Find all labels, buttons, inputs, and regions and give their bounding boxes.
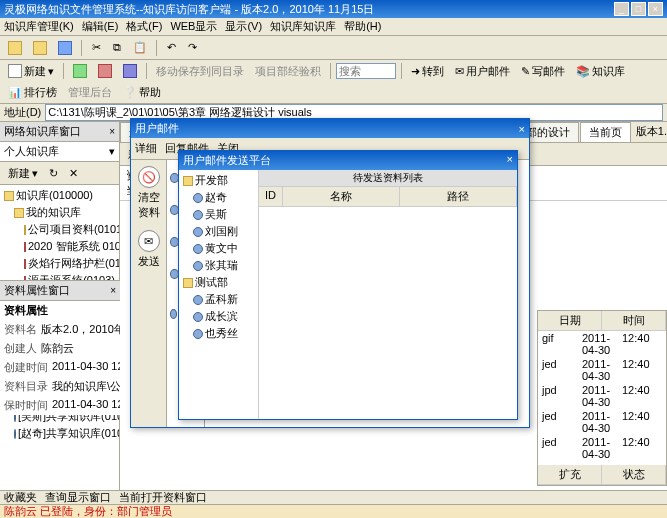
mail-send-button[interactable]: ✉发送 xyxy=(135,230,163,269)
tb-forward-button[interactable]: ➜转到 xyxy=(407,62,448,80)
tree-label: 2020 智能系统 0101 xyxy=(28,239,119,254)
menu-format[interactable]: 格式(F) xyxy=(126,19,162,34)
col-ext[interactable]: 扩充 xyxy=(538,465,602,484)
prop-key: 资料名 xyxy=(4,322,37,337)
search-input[interactable] xyxy=(336,63,396,79)
bottom-tab-bar: 收藏夹 查询显示窗口 当前打开资料窗口 xyxy=(0,490,667,504)
left-panel-title: 网络知识库窗口 xyxy=(4,124,81,139)
mail-clear-button[interactable]: 🚫清空资料 xyxy=(135,166,163,220)
send-tree-item[interactable]: 赵奇 xyxy=(181,189,256,206)
tb-usermail-button[interactable]: ✉用户邮件 xyxy=(451,62,514,80)
left-tb-icon[interactable]: ↻ xyxy=(44,164,62,182)
tb-btn-icon[interactable] xyxy=(119,62,141,80)
tb-newdoc-button[interactable]: 新建▾ xyxy=(4,62,58,80)
col-name[interactable]: 名称 xyxy=(283,187,400,206)
col-id[interactable]: ID xyxy=(259,187,283,206)
prop-row: 创建时间2011-04-30 12:40 xyxy=(0,358,120,377)
mail-left-toolbar: 🚫清空资料 ✉发送 xyxy=(131,160,167,427)
file-time: 12:40 xyxy=(622,358,662,382)
tree-icon xyxy=(183,176,193,186)
send-tree-item[interactable]: 也秀丝 xyxy=(181,325,256,342)
menu-web[interactable]: WEB显示 xyxy=(170,19,217,34)
tb-open-icon[interactable] xyxy=(29,39,51,57)
col-date[interactable]: 日期 xyxy=(538,311,602,330)
tb-paste-icon[interactable]: 📋 xyxy=(129,39,151,57)
send-tree-item[interactable]: 刘国刚 xyxy=(181,223,256,240)
status-bar: 陈韵云 已登陆，身份：部门管理员 xyxy=(0,504,667,518)
tree-item[interactable]: 炎焰行网络护栏(0102 xyxy=(2,255,117,272)
tb-cut-icon[interactable]: ✂ xyxy=(87,39,105,57)
col-time[interactable]: 时间 xyxy=(602,311,666,330)
tb-rank-button[interactable]: 📊排行榜 xyxy=(4,83,61,101)
tree-icon xyxy=(14,429,16,439)
prop-close-icon[interactable]: × xyxy=(110,285,116,296)
send-tree-item[interactable]: 开发部 xyxy=(181,172,256,189)
send-tree-item[interactable]: 孟科新 xyxy=(181,291,256,308)
prop-val: 版本2.0，2010年 xyxy=(41,322,120,337)
mail-clear-label: 清空资料 xyxy=(138,191,160,218)
tree-item[interactable]: 公司项目资料(01010) xyxy=(2,221,117,238)
tree-item[interactable]: 2020 智能系统 0101 xyxy=(2,238,117,255)
send-tree-item[interactable]: 成长滨 xyxy=(181,308,256,325)
title-text: 灵极网络知识文件管理系统--知识库访问客户端 - 版本2.0，2010年 11月… xyxy=(4,2,374,17)
tree-icon xyxy=(193,227,203,237)
close-button[interactable]: × xyxy=(648,2,663,16)
send-tree-item[interactable]: 黄文中 xyxy=(181,240,256,257)
send-tree-item[interactable]: 测试部 xyxy=(181,274,256,291)
bottom-tab-query[interactable]: 查询显示窗口 xyxy=(45,490,111,505)
tb-sep xyxy=(401,63,402,79)
file-row[interactable]: jed2011-04-3012:40 xyxy=(538,435,666,461)
tb-new-icon[interactable] xyxy=(4,39,26,57)
tb-save-icon[interactable] xyxy=(54,39,76,57)
col-status[interactable]: 状态 xyxy=(602,465,666,484)
tb-btn-icon[interactable] xyxy=(94,62,116,80)
tb-undo-icon[interactable]: ↶ xyxy=(162,39,180,57)
left-new-button[interactable]: 新建▾ xyxy=(4,164,42,182)
send-user-tree[interactable]: 开发部赵奇吴斯刘国刚黄文中张其瑞测试部孟科新成长滨也秀丝 xyxy=(179,170,259,419)
mail-tab-detail[interactable]: 详细 xyxy=(135,141,157,156)
left-tb-icon[interactable]: ✕ xyxy=(64,164,82,182)
mail-dialog-title[interactable]: 用户邮件 × xyxy=(131,119,529,138)
send-table-title: 待发送资料列表 xyxy=(259,170,517,187)
prop-row: 资料名版本2.0，2010年 xyxy=(0,320,120,339)
send-close-icon[interactable]: × xyxy=(507,153,513,168)
minimize-button[interactable]: _ xyxy=(614,2,629,16)
tree-item[interactable]: [赵奇]共享知识库(010000 xyxy=(2,425,117,442)
tb-btn-icon[interactable] xyxy=(69,62,91,80)
tree-label: 公司项目资料(01010) xyxy=(28,222,119,237)
menu-kb[interactable]: 知识库知识库 xyxy=(270,19,336,34)
tb-help-button[interactable]: ❔帮助 xyxy=(119,83,165,101)
maximize-button[interactable]: □ xyxy=(631,2,646,16)
file-time: 12:40 xyxy=(622,410,662,434)
bottom-tab-fav[interactable]: 收藏夹 xyxy=(4,490,37,505)
tree-label: 测试部 xyxy=(195,275,228,290)
file-row[interactable]: jed2011-04-3012:40 xyxy=(538,357,666,383)
tree-item[interactable]: 知识库(010000) xyxy=(2,187,117,204)
menu-help[interactable]: 帮助(H) xyxy=(344,19,381,34)
col-path[interactable]: 路径 xyxy=(400,187,517,206)
send-body: 开发部赵奇吴斯刘国刚黄文中张其瑞测试部孟科新成长滨也秀丝 待发送资料列表 ID … xyxy=(179,170,517,419)
file-row[interactable]: jed2011-04-3012:40 xyxy=(538,409,666,435)
tree-item[interactable]: 我的知识库 xyxy=(2,204,117,221)
menu-view[interactable]: 显示(V) xyxy=(225,19,262,34)
left-toolbar: 新建▾ ↻ ✕ xyxy=(0,162,119,185)
tb-writemail-button[interactable]: ✎写邮件 xyxy=(517,62,569,80)
mail-close-icon[interactable]: × xyxy=(519,123,525,135)
file-row[interactable]: jpd2011-04-3012:40 xyxy=(538,383,666,409)
file-row[interactable]: gif2011-04-3012:40 xyxy=(538,331,666,357)
send-tree-item[interactable]: 吴斯 xyxy=(181,206,256,223)
send-tree-item[interactable]: 张其瑞 xyxy=(181,257,256,274)
tb-kb-button[interactable]: 📚知识库 xyxy=(572,62,629,80)
bottom-tab-open[interactable]: 当前打开资料窗口 xyxy=(119,490,207,505)
left-subheader: 个人知识库 ▾ xyxy=(0,142,119,162)
send-dialog-title[interactable]: 用户邮件发送平台 × xyxy=(179,151,517,170)
menu-edit[interactable]: 编辑(E) xyxy=(82,19,119,34)
toolbar-1: ✂ ⧉ 📋 ↶ ↷ xyxy=(0,36,667,60)
left-sub-dropdown-icon[interactable]: ▾ xyxy=(109,145,115,158)
menu-knowledge[interactable]: 知识库管理(K) xyxy=(4,19,74,34)
tb-copy-icon[interactable]: ⧉ xyxy=(108,39,126,57)
tree-icon xyxy=(4,191,14,201)
tb-redo-icon[interactable]: ↷ xyxy=(183,39,201,57)
tab-item-active[interactable]: 当前页 xyxy=(580,122,631,142)
left-panel-close-icon[interactable]: × xyxy=(109,126,115,137)
